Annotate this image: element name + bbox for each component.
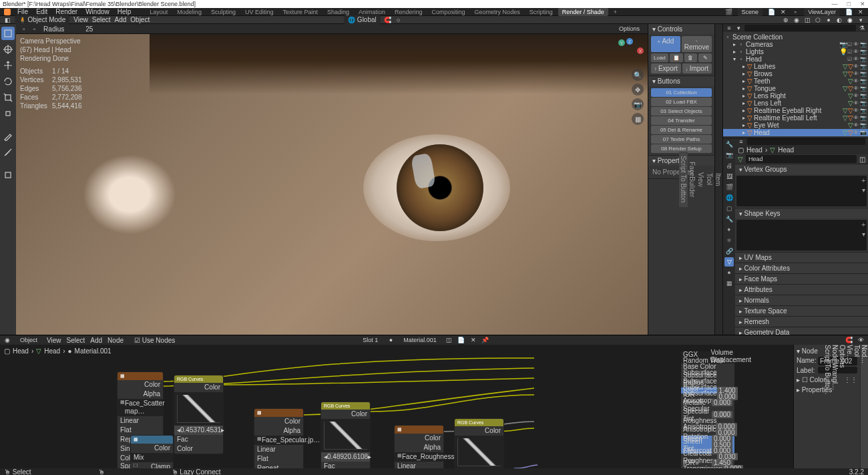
ne-type-icon[interactable]: ◉ bbox=[4, 337, 11, 343]
camera-view-icon[interactable]: 📷 bbox=[632, 98, 644, 110]
btn-01[interactable]: 01 Collection bbox=[651, 88, 712, 97]
workspace-geonodes[interactable]: Geometry Nodes bbox=[471, 8, 524, 16]
btn-04[interactable]: 04 Transfer bbox=[651, 116, 712, 125]
material-copy-icon[interactable]: 📄 bbox=[458, 337, 465, 343]
ptab-tool[interactable]: 🔧 bbox=[724, 140, 734, 149]
ne-object-dropdown[interactable]: Object bbox=[16, 336, 41, 344]
header-toggle-1[interactable]: ▫ bbox=[20, 25, 28, 33]
material-name[interactable]: Material.001 bbox=[399, 336, 441, 344]
ol-lights[interactable]: ▸▫Lights💡☑ 👁 📷 bbox=[723, 48, 868, 55]
ptab-viewlayer[interactable]: 🖼 bbox=[724, 172, 734, 181]
tool-addcube[interactable] bbox=[1, 168, 15, 182]
ol-scene-collection[interactable]: ▫Scene Collection bbox=[723, 33, 868, 41]
outliner-display-icon[interactable]: ▾ bbox=[735, 25, 742, 31]
node-rgb-curves-2[interactable]: RGB Curves Color ◂0.48920.6108▸ Fac Colo… bbox=[320, 402, 371, 468]
ol-brows[interactable]: ▸▽Brows▽▽👁 📷 bbox=[723, 70, 868, 77]
ol-eyeball-right[interactable]: ▸▽Realtime Eyeball Right▽▽👁 📷 bbox=[723, 107, 868, 114]
ne-menu-node[interactable]: Node bbox=[107, 337, 124, 344]
minimize-icon[interactable]: — bbox=[832, 1, 838, 7]
menu-help[interactable]: Help bbox=[116, 8, 133, 15]
nvtab-stb[interactable]: Script To Butto… bbox=[824, 345, 831, 468]
scene-selector[interactable]: Scene bbox=[738, 8, 763, 16]
ol-head-mesh[interactable]: ▸▽Head▽▽👁 📷 bbox=[723, 129, 868, 136]
mesh-name-input[interactable] bbox=[746, 155, 857, 163]
maximize-icon[interactable]: □ bbox=[847, 1, 851, 7]
pin-icon[interactable]: 📌 bbox=[482, 337, 489, 343]
fake-user-icon[interactable]: ◫ bbox=[859, 156, 865, 163]
sec-geodata[interactable]: ▸ Geometry Data bbox=[735, 327, 868, 335]
vg-add-icon[interactable]: + bbox=[861, 177, 865, 184]
workspace-modeling[interactable]: Modeling bbox=[173, 8, 206, 16]
btn-icon-2[interactable]: 🗑 bbox=[684, 53, 698, 62]
btn-03[interactable]: 03 Select Objects bbox=[651, 107, 712, 116]
outliner-search[interactable] bbox=[744, 25, 856, 31]
n-controls-header[interactable]: ▾ Controls bbox=[648, 24, 714, 34]
sec-shape-keys[interactable]: ▾ Shape Keys bbox=[735, 208, 868, 218]
btn-add[interactable]: + Add bbox=[651, 36, 680, 52]
orientation-selector[interactable]: 🌐 Global bbox=[344, 15, 380, 24]
shading-rendered-icon[interactable]: ◉ bbox=[847, 17, 853, 23]
vtab-tool[interactable]: Tool bbox=[705, 169, 714, 189]
tool-scale[interactable] bbox=[1, 91, 15, 104]
nvtab-nw[interactable]: Node Wrangl… bbox=[831, 345, 839, 468]
workspace-shading[interactable]: Shading bbox=[323, 8, 353, 16]
btn-import[interactable]: ↓ Import bbox=[682, 63, 712, 73]
shading-wire-icon[interactable]: ⬡ bbox=[815, 17, 821, 23]
ptab-mesh[interactable]: ▽ bbox=[724, 257, 734, 267]
delete-scene-icon[interactable]: ✕ bbox=[780, 9, 787, 15]
shading-options-icon[interactable]: ▾ bbox=[857, 17, 864, 23]
node-specular-tex[interactable]: ▦ Color Alpha ▦ Face_Specular.jp… Linear… bbox=[254, 408, 304, 468]
vtab-script[interactable]: Script To Button bbox=[679, 152, 688, 206]
material-browse-icon[interactable]: ● bbox=[387, 337, 394, 343]
vp-menu-view[interactable]: View bbox=[73, 16, 88, 23]
tool-transform[interactable] bbox=[1, 107, 15, 120]
new-scene-icon[interactable]: 📄 bbox=[768, 9, 775, 15]
xray-icon[interactable]: ◫ bbox=[804, 17, 811, 23]
node-roughness-tex[interactable]: ▦ Color Alpha ▦ Face_Roughness.jp… Linea… bbox=[394, 425, 444, 468]
tool-move[interactable] bbox=[1, 59, 15, 72]
btn-remove[interactable]: - Remove bbox=[682, 36, 712, 52]
close-icon[interactable]: ✕ bbox=[860, 1, 865, 7]
n-buttons-header[interactable]: ▾ Buttons bbox=[648, 76, 714, 86]
node-rgb-curves-3[interactable]: RGB Curves Color ◂0.98180.8560▸ Fac Colo… bbox=[454, 418, 504, 468]
btn-02[interactable]: 02 Load FBX bbox=[651, 98, 712, 106]
material-unlink-icon[interactable]: ✕ bbox=[470, 337, 477, 343]
tool-select[interactable] bbox=[1, 27, 15, 40]
outliner-type-icon[interactable]: ≡ bbox=[726, 25, 732, 31]
ne-menu-select[interactable]: Select bbox=[67, 337, 85, 344]
ns-node-header[interactable]: Node bbox=[802, 347, 818, 355]
sec-attrs[interactable]: ▸ Attributes bbox=[735, 285, 868, 295]
nvtab-options[interactable]: Options bbox=[839, 345, 846, 468]
viewlayer-selector[interactable]: ViewLayer bbox=[804, 8, 840, 16]
workspace-compositing[interactable]: Compositing bbox=[428, 8, 469, 16]
node-rgb-curves-1[interactable]: RGB Curves Color ◂0.45370.4531▸ Fac Colo… bbox=[174, 375, 224, 454]
shading-solid-icon[interactable]: ● bbox=[825, 17, 832, 23]
nvtab-tool[interactable]: Tool bbox=[853, 345, 861, 468]
workspace-rendering[interactable]: Rendering bbox=[391, 8, 427, 16]
node-mix[interactable]: ▦ Color Mix ☐ Clamp Fac0.950 Color1 Colo… bbox=[130, 435, 174, 468]
vp-menu-select[interactable]: Select bbox=[92, 16, 111, 23]
ol-cameras[interactable]: ▸▫Cameras📷☑ 👁 📷 bbox=[723, 41, 868, 48]
ptab-particles[interactable]: ✦ bbox=[724, 225, 734, 234]
ol-lens-left[interactable]: ▸▽Lens Left▽👁 📷 bbox=[723, 100, 868, 107]
workspace-anim[interactable]: Animation bbox=[355, 8, 389, 16]
workspace-scripting[interactable]: Scripting bbox=[525, 8, 557, 16]
props-type-icon[interactable]: ≡ bbox=[738, 138, 744, 145]
ol-eye-wet[interactable]: ▸▽Eye Wet▽👁 📷 bbox=[723, 122, 868, 129]
sec-facemaps[interactable]: ▸ Face Maps bbox=[735, 274, 868, 284]
ol-lens-right[interactable]: ▸▽Lens Right▽👁 📷 bbox=[723, 92, 868, 100]
new-viewlayer-icon[interactable]: 📄 bbox=[845, 9, 852, 15]
vp-menu-add[interactable]: Add bbox=[115, 16, 127, 23]
material-new-icon[interactable]: ◫ bbox=[446, 337, 453, 343]
ne-menu-view[interactable]: View bbox=[47, 337, 61, 344]
move-view-icon[interactable]: ✥ bbox=[632, 84, 644, 96]
ptab-material[interactable]: ● bbox=[724, 268, 734, 277]
props-search[interactable] bbox=[747, 138, 865, 145]
sec-uvmaps[interactable]: ▸ UV Maps bbox=[735, 253, 868, 263]
nvtab-node[interactable]: Nod… bbox=[861, 345, 868, 468]
vtab-facebuilder[interactable]: FaceBuilder bbox=[688, 158, 696, 201]
radius-value[interactable]: 25 bbox=[77, 25, 101, 33]
ptab-scene[interactable]: 🎬 bbox=[724, 182, 734, 192]
mode-selector[interactable]: 🧍 Object Mode bbox=[15, 15, 69, 24]
menu-edit[interactable]: Edit bbox=[35, 8, 49, 15]
